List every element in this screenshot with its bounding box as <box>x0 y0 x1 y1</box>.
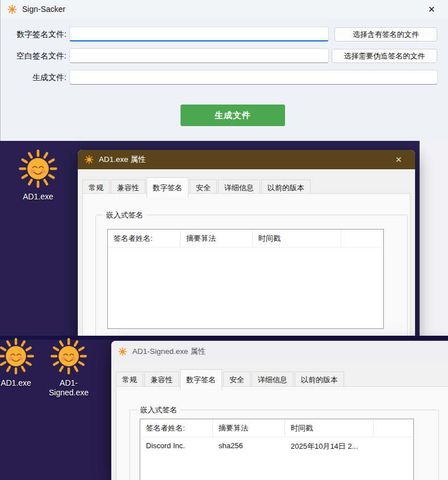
output-file-input[interactable] <box>69 70 438 85</box>
signer-name-value: Discord Inc. <box>140 437 213 456</box>
digital-signatures-page: 嵌入式签名 签名者姓名: 摘要算法 时间戳 Discord Inc. sha25… <box>116 386 448 480</box>
background-window-edge <box>417 141 448 336</box>
sun-icon <box>48 336 89 376</box>
column-digest-algorithm[interactable]: 摘要算法 <box>213 419 285 437</box>
table-row[interactable]: Discord Inc. sha256 2025年10月14日 2... <box>140 437 413 456</box>
sign-sacker-window: Sign-Sacker × 数字签名文件: 选择含有签名的文件 空白签名文件: … <box>0 0 448 141</box>
row-spacer <box>374 437 413 456</box>
dialog-title: AD1-Signed.exe 属性 <box>132 347 206 357</box>
desktop-icon-label: AD1-Signed.exe <box>41 378 96 398</box>
digital-signature-file-input[interactable] <box>69 27 329 41</box>
select-forge-target-file-button[interactable]: 选择需要伪造签名的文件 <box>332 49 437 63</box>
tab-digital-signatures[interactable]: 数字签名 <box>146 177 189 198</box>
desktop-icon-ad1[interactable]: AD1.exe <box>0 336 39 388</box>
desktop-middle: AD1.exe AD1.exe 属性 × 常规 兼容性 <box>0 141 448 336</box>
digital-signatures-page: 嵌入式签名 签名者姓名: 摘要算法 时间戳 <box>82 193 411 341</box>
signature-list: 签名者姓名: 摘要算法 时间戳 <box>107 229 384 329</box>
app-title: Sign-Sacker <box>22 5 65 14</box>
column-digest-algorithm[interactable]: 摘要算法 <box>181 229 253 247</box>
digest-algorithm-value: sha256 <box>213 437 285 456</box>
column-timestamp[interactable]: 时间戳 <box>253 229 341 247</box>
sign-sacker-titlebar: Sign-Sacker × <box>1 0 448 19</box>
column-timestamp[interactable]: 时间戳 <box>285 419 374 437</box>
group-title: 嵌入式签名 <box>137 405 180 415</box>
blank-signature-file-label: 空白签名文件: <box>3 48 66 63</box>
ad1-properties-dialog: AD1.exe 属性 × 常规 兼容性 数字签名 安全 详细信息 以前的版本 嵌… <box>78 150 415 336</box>
screen: Sign-Sacker × 数字签名文件: 选择含有签名的文件 空白签名文件: … <box>0 0 448 480</box>
column-spacer <box>341 229 383 247</box>
digital-signature-file-label: 数字签名文件: <box>3 27 66 41</box>
desktop-icon-label: AD1.exe <box>0 378 39 388</box>
sun-icon <box>7 5 17 14</box>
sun-icon <box>118 347 127 356</box>
signature-list-header: 签名者姓名: 摘要算法 时间戳 <box>108 229 383 248</box>
sun-icon <box>0 336 36 376</box>
column-spacer <box>374 419 413 437</box>
timestamp-value: 2025年10月14日 2... <box>285 437 374 456</box>
column-signer-name[interactable]: 签名者姓名: <box>140 419 213 437</box>
select-signed-file-button[interactable]: 选择含有签名的文件 <box>334 27 437 41</box>
blank-signature-file-input[interactable] <box>69 48 329 63</box>
dialog-titlebar: AD1-Signed.exe 属性 <box>111 341 448 362</box>
dialog-titlebar: AD1.exe 属性 × <box>78 150 415 169</box>
tab-strip: 常规 兼容性 数字签名 安全 详细信息 以前的版本 <box>116 369 345 389</box>
signature-list: 签名者姓名: 摘要算法 时间戳 Discord Inc. sha256 2025… <box>140 419 414 480</box>
desktop-icon-label: AD1.exe <box>12 192 64 202</box>
tab-digital-signatures[interactable]: 数字签名 <box>180 369 222 390</box>
close-icon[interactable]: × <box>422 3 441 15</box>
dialog-title: AD1.exe 属性 <box>99 155 146 165</box>
desktop-icon-ad1[interactable]: AD1.exe <box>12 148 64 202</box>
output-file-label: 生成文件: <box>3 70 66 85</box>
signature-list-header: 签名者姓名: 摘要算法 时间戳 <box>140 419 413 437</box>
desktop-bottom: AD1.exe AD1-Signed.exe <box>0 340 448 480</box>
desktop-icon-ad1-signed[interactable]: AD1-Signed.exe <box>41 336 96 398</box>
ad1-signed-properties-dialog: AD1-Signed.exe 属性 常规 兼容性 数字签名 安全 详细信息 以前… <box>111 341 448 480</box>
generate-file-button[interactable]: 生成文件 <box>181 105 285 126</box>
column-signer-name[interactable]: 签名者姓名: <box>108 229 181 247</box>
close-icon[interactable]: × <box>389 154 408 166</box>
group-title: 嵌入式签名 <box>103 210 146 220</box>
sun-icon <box>16 148 60 190</box>
sun-icon <box>85 155 94 164</box>
